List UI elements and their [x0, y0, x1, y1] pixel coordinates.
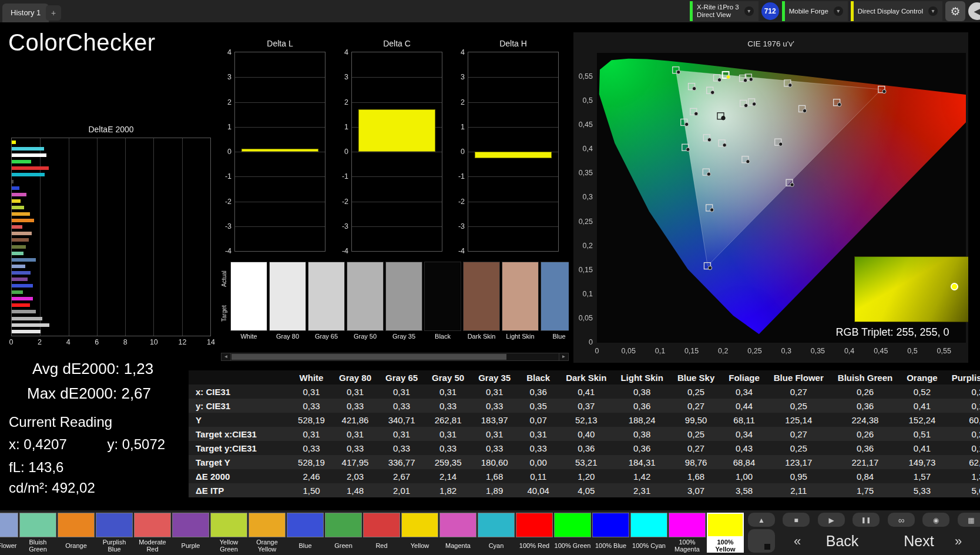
palette-patch-100-red[interactable]: 100% Red [516, 513, 553, 553]
swatch-color [424, 262, 461, 331]
display-control-selector[interactable]: Direct Display Control ▾ [851, 1, 942, 21]
table-cell: 0,95 [767, 469, 831, 483]
table-cell: 184,31 [613, 455, 670, 469]
table-cell: 1,68 [471, 469, 518, 483]
de-bar-gray-65 [12, 323, 49, 327]
swatch-color [269, 262, 306, 331]
collapse-panel-button[interactable]: ◀ [968, 2, 980, 20]
y-tick-label: 3 [227, 73, 231, 81]
continuous-read-button[interactable]: ∞ [888, 513, 915, 527]
next-button[interactable]: Next [892, 531, 946, 549]
swatch-label: Gray 50 [347, 331, 384, 343]
palette-patch-purplish-blue[interactable]: Purplish Blue [96, 513, 133, 553]
meter-name: X-Rite i1Pro 3 [697, 4, 739, 11]
svg-text:0: 0 [595, 347, 599, 355]
palette-patch-red[interactable]: Red [363, 513, 400, 553]
prev-page-button[interactable]: « [790, 533, 805, 549]
back-button[interactable]: Back [808, 531, 876, 549]
palette-patch-purple[interactable]: Purple [172, 513, 209, 553]
palette-patch-cyan[interactable]: Cyan [478, 513, 515, 553]
palette-patch-100-magenta[interactable]: 100% Magenta [669, 513, 706, 553]
table-cell: 0,31 [378, 385, 425, 399]
table-cell: 0,33 [291, 441, 332, 455]
palette-patch-orange[interactable]: Orange [58, 513, 95, 553]
expand-up-button[interactable]: ▲ [748, 513, 775, 527]
scroll-left-icon[interactable]: ◄ [221, 353, 231, 360]
de-bar-orange [12, 219, 34, 222]
palette-patch-100-blue[interactable]: 100% Blue [592, 513, 629, 553]
display-control-status-indicator [851, 1, 854, 21]
scrollbar-thumb[interactable] [231, 354, 506, 360]
page-title: ColorChecker [8, 29, 156, 56]
table-cell: 149,73 [900, 455, 945, 469]
table-cell: 0,00 [518, 455, 559, 469]
patch-label: 100% Green [554, 537, 591, 553]
col-header-gray-35: Gray 35 [471, 370, 518, 385]
patch-label: Magenta [439, 537, 476, 553]
gridline [69, 138, 69, 336]
chevron-down-icon[interactable]: ▾ [928, 6, 938, 16]
y-tick-label: -2 [225, 198, 231, 206]
svg-text:0,5: 0,5 [583, 96, 593, 105]
swatch-color [502, 262, 539, 331]
cie-measured-blue-flower [723, 143, 726, 147]
palette-patch-100-yellow[interactable]: 100% Yellow [707, 513, 744, 553]
y-tick-label: -1 [342, 172, 348, 180]
stop-button[interactable]: ■ [783, 513, 810, 527]
deltae2000-x-axis: 02468101214 [11, 338, 211, 349]
settings-gear-button[interactable]: ⚙ [945, 1, 965, 21]
tab-history-1[interactable]: History 1 [2, 4, 49, 22]
stop-icon: ■ [794, 516, 798, 524]
chevron-down-icon[interactable]: ▾ [834, 6, 843, 16]
palette-patch-yellow[interactable]: Yellow [401, 513, 438, 553]
table-cell: 259,35 [425, 455, 471, 469]
palette-patch-yellow-green[interactable]: Yellow Green [210, 513, 247, 553]
svg-text:0,5: 0,5 [907, 347, 917, 355]
scroll-right-icon[interactable]: ► [559, 353, 568, 360]
palette-patch-blue[interactable]: Blue [287, 513, 324, 553]
gridline [352, 77, 442, 78]
palette-patch-blue-flower[interactable]: Blue Flower [0, 513, 18, 553]
palette-patch-green[interactable]: Green [325, 513, 362, 553]
patch-label: 100% Magenta [669, 537, 706, 553]
table-cell: 1,89 [471, 483, 518, 497]
table-cell: 0,33 [332, 399, 378, 413]
palette-patch-moderate-red[interactable]: Moderate Red [134, 513, 171, 553]
next-page-button[interactable]: » [951, 533, 966, 549]
gridline [468, 77, 558, 78]
table-cell: 0,33 [425, 399, 471, 413]
more-controls-button[interactable]: ▦ [958, 513, 980, 527]
row-label: x: CIE31 [189, 385, 291, 399]
palette-patch-orange-yellow[interactable]: Orange Yellow [249, 513, 286, 553]
table-cell: 0,34 [721, 385, 767, 399]
palette-patch-100-green[interactable]: 100% Green [554, 513, 591, 553]
swatch-color [541, 262, 569, 331]
palette-patch-bluish-green[interactable]: Bluish Green [19, 513, 56, 553]
add-tab-button[interactable]: + [46, 5, 61, 21]
cie-measured-purplish-blue [707, 172, 710, 176]
table-cell: 0,25 [670, 427, 721, 441]
current-cdm2-value: cd/m²: 492,02 [9, 480, 95, 496]
source-selector[interactable]: Mobile Forge ▾ [782, 1, 848, 21]
row-label: Target y:CIE31 [189, 441, 291, 455]
swatch-scrollbar[interactable]: ◄ ► [221, 353, 569, 361]
svg-text:0,45: 0,45 [579, 121, 593, 129]
cie-measured-bluish-green [694, 112, 698, 115]
table-cell: 0,26 [831, 385, 900, 399]
gear-icon: ⚙ [950, 5, 960, 18]
pause-button[interactable]: ❚❚ [853, 513, 880, 527]
table-cell: 2,46 [291, 469, 332, 483]
meter-selector[interactable]: X-Rite i1Pro 3 Direct View ▾ [690, 1, 759, 21]
table-row--e-itp: ΔE ITP1,501,482,011,821,8940,044,052,313… [189, 483, 980, 497]
chevron-down-icon[interactable]: ▾ [744, 6, 754, 16]
play-button[interactable]: ▶ [818, 513, 845, 527]
delta-c-plot: 43210-1-2-3-4 [351, 52, 442, 252]
record-button[interactable]: ◉ [922, 513, 949, 527]
current-fl-value: fL: 143,6 [9, 459, 63, 476]
palette-patch-100-cyan[interactable]: 100% Cyan [630, 513, 667, 553]
table-cell: 2,14 [425, 469, 471, 483]
y-tick-label: 4 [227, 48, 231, 56]
delta-bar [475, 152, 552, 158]
palette-patch-magenta[interactable]: Magenta [439, 513, 476, 553]
test-window-button[interactable] [748, 529, 775, 553]
